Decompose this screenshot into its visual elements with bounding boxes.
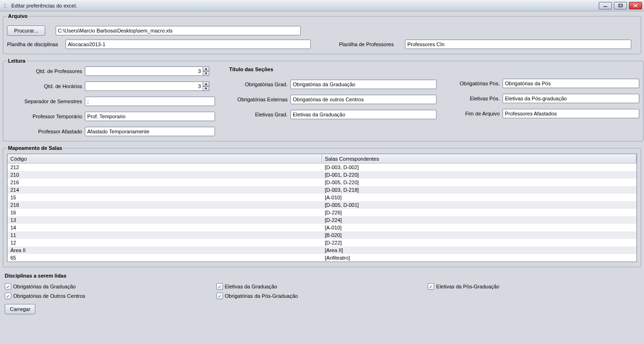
mapeamento-legend: Mapeamento de Salas xyxy=(7,145,63,151)
cell-codigo: Área II xyxy=(8,247,322,253)
minimize-button[interactable] xyxy=(599,2,612,9)
obrig-ext-label: Obrigatórias Externas xyxy=(229,97,290,102)
planilha-disciplinas-label: Planilha de disciplinas xyxy=(7,41,66,47)
chk-elet-grad[interactable]: ✓ xyxy=(216,283,223,290)
chk-obrig-pos-label: Obrigatórias da Pós-Graduação xyxy=(225,293,298,299)
close-button[interactable] xyxy=(629,2,642,9)
qtd-professores-label: Qtd. de Professores xyxy=(7,68,85,74)
spinner-up-icon[interactable]: ▲ xyxy=(203,66,209,71)
cell-salas: [Anfiteatro] xyxy=(322,255,636,261)
cell-codigo: 15 xyxy=(8,195,322,200)
table-row[interactable]: 216[D-005, D-220] xyxy=(8,179,636,186)
prof-afast-label: Professor Afastado xyxy=(7,129,85,134)
obrig-grad-input[interactable] xyxy=(290,80,437,89)
cell-salas: [D-005, D-001] xyxy=(322,202,636,208)
disciplinas-title: Disciplinas a serem lidas xyxy=(5,273,639,278)
cell-codigo: 65 xyxy=(8,255,322,261)
table-row[interactable]: 214[D-003, D-218] xyxy=(8,186,636,194)
cell-salas: [A-010] xyxy=(322,195,636,200)
elet-pos-label: Eletivas Pós. xyxy=(451,96,503,101)
arquivo-legend: Arquivo xyxy=(7,13,29,19)
cell-salas: [D-003, D-002] xyxy=(322,164,636,170)
cell-salas: [A-010] xyxy=(322,225,636,230)
planilha-professores-input[interactable] xyxy=(405,40,631,49)
table-body[interactable]: 212[D-003, D-002]210[D-001, D-220]216[D-… xyxy=(8,164,636,262)
mapeamento-panel: Mapeamento de Salas Código Salas Corresp… xyxy=(3,145,641,267)
table-row[interactable]: 16[D-226] xyxy=(8,209,636,216)
obrig-pos-label: Obrigatórias Pos. xyxy=(451,81,503,86)
elet-pos-input[interactable] xyxy=(503,94,639,103)
column-salas[interactable]: Salas Correspondentes xyxy=(322,154,636,163)
column-codigo[interactable]: Código xyxy=(8,154,322,163)
chk-obrig-grad-label: Obrigatórias da Graduação xyxy=(13,284,76,289)
carregar-button[interactable]: Carregar xyxy=(5,304,35,314)
disciplinas-section: Disciplinas a serem lidas ✓ Obrigatórias… xyxy=(3,271,641,317)
cell-codigo: 218 xyxy=(8,202,322,208)
spinner-up-icon[interactable]: ▲ xyxy=(203,82,209,86)
separador-input[interactable] xyxy=(85,97,215,106)
cell-codigo: 216 xyxy=(8,180,322,185)
chk-elet-grad-label: Eletivas da Graduação xyxy=(225,284,277,289)
elet-grad-label: Eletivas Grad. xyxy=(229,112,290,117)
window-title: Editar preferências do excel. xyxy=(11,3,77,8)
cell-codigo: 13 xyxy=(8,217,322,223)
cell-salas: [D-005, D-220] xyxy=(322,180,636,185)
cell-codigo: 212 xyxy=(8,164,322,170)
leitura-panel: Leitura Qtd. de Professores ▲ ▼ Qtd. de … xyxy=(3,58,644,141)
table-row[interactable]: Área II[Area II] xyxy=(8,246,636,254)
chk-elet-pos-label: Eletivas da Pós-Graduação xyxy=(436,284,499,289)
qtd-horarios-input[interactable] xyxy=(85,82,203,91)
cell-salas: [D-001, D-220] xyxy=(322,172,636,178)
cell-codigo: 14 xyxy=(8,225,322,230)
chk-obrig-outros[interactable]: ✓ xyxy=(5,293,11,299)
cell-codigo: 11 xyxy=(8,232,322,238)
titlebar: Editar preferências do excel. xyxy=(0,0,644,11)
table-row[interactable]: 13[D-224] xyxy=(8,216,636,224)
table-row[interactable]: 14[A-010] xyxy=(8,224,636,231)
table-row[interactable]: 212[D-003, D-002] xyxy=(8,164,636,171)
prof-temp-label: Professor Temporário xyxy=(7,114,85,119)
titulo-secoes-label: Título das Seções xyxy=(229,66,437,72)
spinner-down-icon[interactable]: ▼ xyxy=(203,86,209,91)
cell-salas: [D-222] xyxy=(322,240,636,246)
obrig-ext-input[interactable] xyxy=(290,95,437,104)
cell-salas: [D-226] xyxy=(322,210,636,215)
table-row[interactable]: 11[B-020] xyxy=(8,231,636,239)
table-row[interactable]: 210[D-001, D-220] xyxy=(8,171,636,179)
salas-table: Código Salas Correspondentes 212[D-003, … xyxy=(7,154,637,262)
planilha-professores-label: Planilha de Professores xyxy=(339,41,405,47)
qtd-horarios-label: Qtd. de Horários xyxy=(7,83,85,89)
table-row[interactable]: 12[D-222] xyxy=(8,239,636,246)
planilha-disciplinas-input[interactable] xyxy=(66,40,311,49)
arquivo-panel: Arquivo Procurar... Planilha de discipli… xyxy=(3,13,641,54)
cell-codigo: 214 xyxy=(8,187,322,193)
chk-obrig-outros-label: Obrigatórias de Outros Centros xyxy=(13,293,85,299)
separador-label: Separador de Semestres xyxy=(7,98,85,104)
chk-obrig-grad[interactable]: ✓ xyxy=(5,283,11,290)
table-row[interactable]: 65[Anfiteatro] xyxy=(8,254,636,262)
obrig-grad-label: Obrigatórias Grad. xyxy=(229,82,290,87)
obrig-pos-input[interactable] xyxy=(503,79,639,88)
fim-arq-label: Fim de Arquivo xyxy=(451,111,503,116)
chk-elet-pos[interactable]: ✓ xyxy=(428,283,434,290)
spinner-down-icon[interactable]: ▼ xyxy=(203,71,209,76)
java-icon xyxy=(2,2,8,9)
leitura-legend: Leitura xyxy=(7,58,26,64)
chk-obrig-pos[interactable]: ✓ xyxy=(216,293,223,299)
browse-button[interactable]: Procurar... xyxy=(7,25,45,36)
cell-codigo: 16 xyxy=(8,210,322,215)
prof-temp-input[interactable] xyxy=(85,112,215,121)
table-row[interactable]: 15[A-010] xyxy=(8,194,636,201)
cell-salas: [D-224] xyxy=(322,217,636,223)
cell-salas: [D-003, D-218] xyxy=(322,187,636,193)
cell-salas: [Area II] xyxy=(322,247,636,253)
qtd-professores-input[interactable] xyxy=(85,66,203,76)
svg-rect-1 xyxy=(619,4,622,7)
elet-grad-input[interactable] xyxy=(290,110,437,119)
prof-afast-input[interactable] xyxy=(85,127,215,136)
fim-arq-input[interactable] xyxy=(503,109,639,118)
maximize-button[interactable] xyxy=(614,2,627,9)
table-row[interactable]: 218[D-005, D-001] xyxy=(8,201,636,209)
file-path-input[interactable] xyxy=(56,26,301,35)
cell-salas: [B-020] xyxy=(322,232,636,238)
